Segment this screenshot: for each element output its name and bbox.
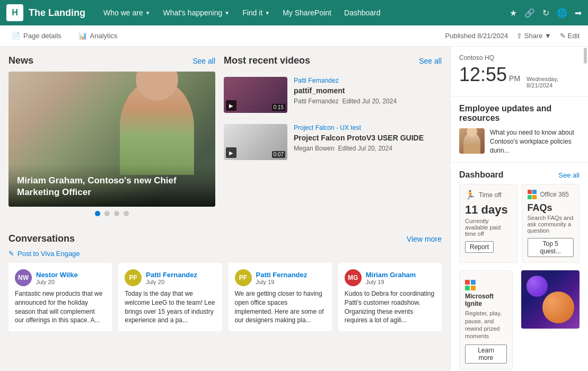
avatar-2: PF: [125, 269, 142, 286]
share-icon: ⇧: [516, 32, 522, 40]
ignite-orb-purple: [526, 276, 548, 297]
time-off-card: 🏃 Time off 11 days Currently available p…: [459, 184, 517, 263]
sidebar-clock: Contoso HQ 12:55 PM Wednesday, 8/21/2024: [451, 47, 588, 96]
nav-items: Who we are ▼ What's happening ▼ Find it …: [98, 5, 510, 20]
sidebar: Contoso HQ 12:55 PM Wednesday, 8/21/2024…: [450, 47, 588, 371]
sub-nav-right: Published 8/21/2024 ⇧ Share ▼ ✎ Edit: [445, 32, 580, 40]
video-item-2[interactable]: ▶ 0:07 Project Falcon - UX test Project …: [224, 119, 442, 165]
scrollbar[interactable]: [584, 48, 587, 64]
conversation-card-3[interactable]: PF Patti Fernandez July 19 We are gettin…: [229, 263, 332, 331]
news-title: News: [8, 55, 33, 66]
news-dot-3[interactable]: [114, 211, 119, 216]
globe-icon[interactable]: 🌐: [557, 8, 567, 18]
videos-title: Most recent videos: [224, 55, 310, 66]
edit-icon: ✎: [560, 32, 566, 40]
published-label: Published 8/21/2024: [445, 32, 508, 40]
video-duration-2: 0:07: [272, 151, 285, 158]
dashboard-grid: 🏃 Time off 11 days Currently available p…: [451, 184, 588, 270]
conversations-section: Conversations View more ✎ Post to Viva E…: [8, 233, 442, 331]
nav-item-whats-happening[interactable]: What's happening ▼: [158, 5, 235, 20]
convo-date-3: July 19: [256, 279, 308, 285]
post-to-viva-engage[interactable]: ✎ Post to Viva Engage: [8, 250, 442, 258]
share-chevron-icon: ▼: [545, 32, 551, 40]
convo-text-2: Today is the day that we welcome LeeG to…: [125, 289, 215, 325]
news-dot-2[interactable]: [104, 211, 110, 216]
news-header: News See all: [8, 55, 215, 66]
news-dots: [8, 211, 215, 216]
time-off-value: 11 days: [465, 203, 512, 217]
avatar-4: MG: [345, 269, 362, 286]
video-meta-2: Megan Bowen Edited Jul 20, 2024: [294, 145, 442, 152]
videos-column: Most recent videos See all ▶ 0:15 Patti …: [224, 55, 442, 223]
share-icon[interactable]: ➡: [575, 8, 582, 18]
conversation-card-2[interactable]: PF Patti Fernandez July 20 Today is the …: [118, 263, 222, 331]
nav-right-icons: ★ 🔗 ↻ 🌐 ➡: [510, 8, 582, 18]
link-icon[interactable]: 🔗: [524, 8, 535, 18]
convo-date-1: July 20: [36, 279, 78, 285]
share-button[interactable]: ⇧ Share ▼: [516, 32, 551, 40]
dashboard-header: Dashboard See all: [451, 163, 588, 184]
employee-update-item[interactable]: What you need to know about Contoso's wo…: [459, 128, 580, 155]
ignite-visual-card: [521, 270, 580, 329]
convo-author-row-3: PF Patti Fernandez July 19: [235, 269, 326, 286]
page-details-button[interactable]: 📄 Page details: [8, 30, 65, 42]
video-meta-1: Patti Fernandez Edited Jul 20, 2024: [294, 98, 442, 105]
top-sections: News See all Miriam Graham, Contoso's ne…: [8, 55, 442, 223]
video-name-1: pattif_moment: [294, 86, 442, 95]
analytics-button[interactable]: 📊 Analytics: [75, 30, 121, 42]
news-dot-4[interactable]: [124, 211, 129, 216]
convo-author-2: Patti Fernandez: [146, 271, 197, 279]
news-hero-overlay: Miriam Graham, Contoso's new Chief Marke…: [8, 164, 215, 207]
videos-header: Most recent videos See all: [224, 55, 442, 66]
refresh-icon[interactable]: ↻: [542, 8, 549, 18]
video-info-1: Patti Fernandez pattif_moment Patti Fern…: [294, 77, 442, 113]
video-info-2: Project Falcon - UX test Project Falcon …: [294, 124, 442, 160]
ignite-title: Microsoft Ignite: [465, 293, 507, 307]
site-title[interactable]: The Landing: [29, 7, 85, 19]
video-play-icon-2: ▶: [226, 147, 236, 158]
nav-item-who-we-are[interactable]: Who we are ▼: [98, 5, 156, 20]
analytics-icon: 📊: [78, 32, 87, 40]
time-off-title: Time off: [479, 191, 502, 199]
nav-item-dashboard[interactable]: Dashboard: [339, 5, 386, 20]
conversation-card-1[interactable]: NW Nestor Wilke July 20 Fantastic new pr…: [8, 263, 112, 331]
conversations-header: Conversations View more: [8, 233, 442, 244]
dashboard-see-all[interactable]: See all: [558, 171, 580, 179]
video-play-icon-1: ▶: [226, 100, 236, 111]
ignite-learn-more-button[interactable]: Learn more: [465, 344, 507, 364]
main-layout: News See all Miriam Graham, Contoso's ne…: [0, 47, 588, 371]
convo-text-1: Fantastic new products that we announced…: [15, 289, 106, 325]
conversation-card-4[interactable]: MG Miriam Graham July 19 Kudos to Debra …: [338, 263, 442, 331]
dashboard-section: Dashboard See all 🏃 Time off 11 days Cur…: [451, 163, 588, 371]
chevron-down-icon: ▼: [224, 10, 230, 16]
video-duration-1: 0:15: [272, 104, 285, 111]
time-off-report-button[interactable]: Report: [465, 241, 494, 253]
ignite-desc: Register, play, pause, and rewind prized…: [465, 310, 507, 340]
clock-time: 12:55: [459, 64, 507, 86]
ignite-card: Microsoft Ignite Register, play, pause, …: [459, 270, 513, 369]
convo-author-row-1: NW Nestor Wilke July 20: [15, 269, 106, 286]
conversations-view-more[interactable]: View more: [407, 235, 442, 243]
office365-card: Office 365 FAQs Search FAQs and ask comm…: [522, 184, 580, 263]
clock-date: Wednesday, 8/21/2024: [526, 76, 580, 89]
nav-item-my-sharepoint[interactable]: My SharePoint: [277, 5, 337, 20]
employee-update-icon: [459, 128, 485, 154]
top-navigation: H The Landing Who we are ▼ What's happen…: [0, 0, 588, 25]
news-dot-1[interactable]: [95, 211, 100, 216]
star-icon[interactable]: ★: [510, 8, 517, 18]
news-see-all[interactable]: See all: [192, 57, 215, 65]
video-tag-1: Patti Fernandez: [294, 77, 442, 84]
news-hero-image[interactable]: Miriam Graham, Contoso's new Chief Marke…: [8, 72, 215, 207]
time-off-icon: 🏃: [465, 190, 476, 200]
avatar-1: NW: [15, 269, 32, 286]
employee-updates-title: Employee updates and resources: [459, 104, 580, 123]
videos-see-all[interactable]: See all: [419, 57, 442, 65]
ignite-icon: [465, 276, 507, 290]
office365-button[interactable]: Top 5 quest...: [528, 238, 574, 257]
nav-item-find-it[interactable]: Find it ▼: [237, 5, 275, 20]
convo-author-4: Miriam Graham: [366, 271, 416, 279]
chevron-down-icon: ▼: [265, 10, 270, 16]
edit-button[interactable]: ✎ Edit: [560, 32, 580, 40]
video-item-1[interactable]: ▶ 0:15 Patti Fernandez pattif_moment Pat…: [224, 72, 442, 119]
office365-desc: Search FAQs and ask community a question: [528, 215, 574, 234]
